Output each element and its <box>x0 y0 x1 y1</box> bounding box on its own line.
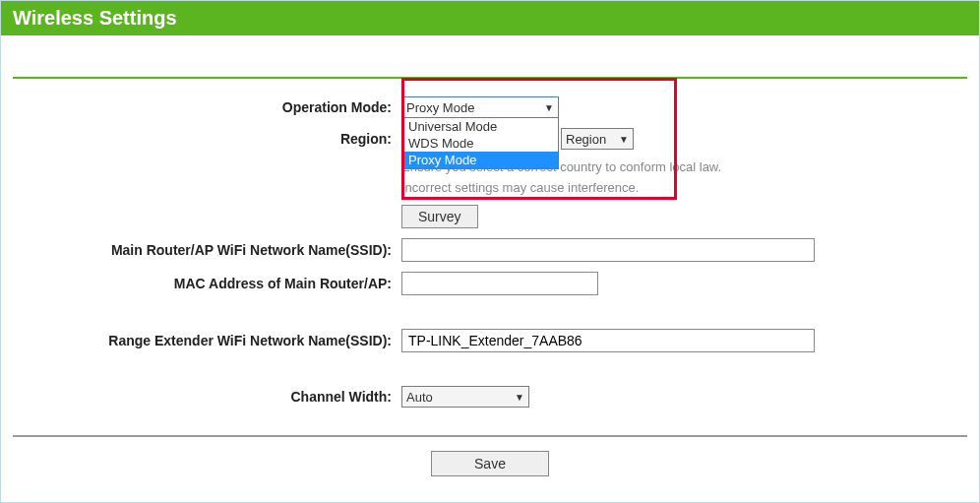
operation-mode-select[interactable]: Proxy Mode ▼ <box>401 96 559 118</box>
field-operation-mode: Proxy Mode ▼ Universal Mode WDS Mode Pro… <box>401 96 952 118</box>
label-main-ssid: Main Router/AP WiFi Network Name(SSID): <box>13 242 401 258</box>
operation-mode-option-universal[interactable]: Universal Mode <box>402 118 558 135</box>
divider-top <box>13 77 967 79</box>
row-region-note2: Incorrect settings may cause interferenc… <box>13 180 967 195</box>
label-operation-mode: Operation Mode: <box>13 99 401 115</box>
field-ext-ssid <box>401 329 952 352</box>
row-ext-ssid: Range Extender WiFi Network Name(SSID): <box>13 329 967 352</box>
row-main-mac: MAC Address of Main Router/AP: <box>13 272 967 295</box>
row-channel-width: Channel Width: Auto ▼ <box>13 386 967 408</box>
page-title-bar: Wireless Settings <box>1 1 979 35</box>
operation-mode-dropdown: Universal Mode WDS Mode Proxy Mode <box>401 118 559 169</box>
field-channel-width: Auto ▼ <box>401 386 952 408</box>
row-survey: Survey <box>13 205 967 228</box>
row-operation-mode: Operation Mode: Proxy Mode ▼ Universal M… <box>13 96 967 118</box>
field-main-mac <box>401 272 952 295</box>
label-main-mac: MAC Address of Main Router/AP: <box>13 276 401 291</box>
operation-mode-option-proxy[interactable]: Proxy Mode <box>402 152 558 168</box>
ext-ssid-input[interactable] <box>401 329 815 352</box>
survey-button[interactable]: Survey <box>401 205 478 228</box>
channel-width-select[interactable]: Auto ▼ <box>401 386 529 408</box>
region-selected: Region <box>566 132 606 147</box>
chevron-down-icon: ▼ <box>515 392 524 403</box>
save-button[interactable]: Save <box>431 451 549 476</box>
row-main-ssid: Main Router/AP WiFi Network Name(SSID): <box>13 238 967 262</box>
operation-mode-selected: Proxy Mode <box>406 100 474 115</box>
app-frame: Wireless Settings Operation Mode: Proxy … <box>0 0 980 503</box>
channel-width-selected: Auto <box>406 390 433 405</box>
field-main-ssid <box>401 238 952 262</box>
region-note2: Incorrect settings may cause interferenc… <box>401 180 952 195</box>
divider-bottom <box>13 435 967 437</box>
label-ext-ssid: Range Extender WiFi Network Name(SSID): <box>13 333 401 348</box>
row-save: Save <box>13 451 967 476</box>
operation-mode-option-wds[interactable]: WDS Mode <box>402 135 558 152</box>
content-area: Operation Mode: Proxy Mode ▼ Universal M… <box>1 35 979 476</box>
label-region: Region: <box>13 131 401 147</box>
chevron-down-icon: ▼ <box>544 102 554 113</box>
field-survey: Survey <box>401 205 952 228</box>
main-ssid-input[interactable] <box>401 238 815 262</box>
chevron-down-icon: ▼ <box>619 134 629 145</box>
main-mac-input[interactable] <box>401 272 598 295</box>
label-channel-width: Channel Width: <box>13 389 401 405</box>
page-title: Wireless Settings <box>13 7 177 29</box>
region-select[interactable]: Region ▼ <box>561 128 634 150</box>
